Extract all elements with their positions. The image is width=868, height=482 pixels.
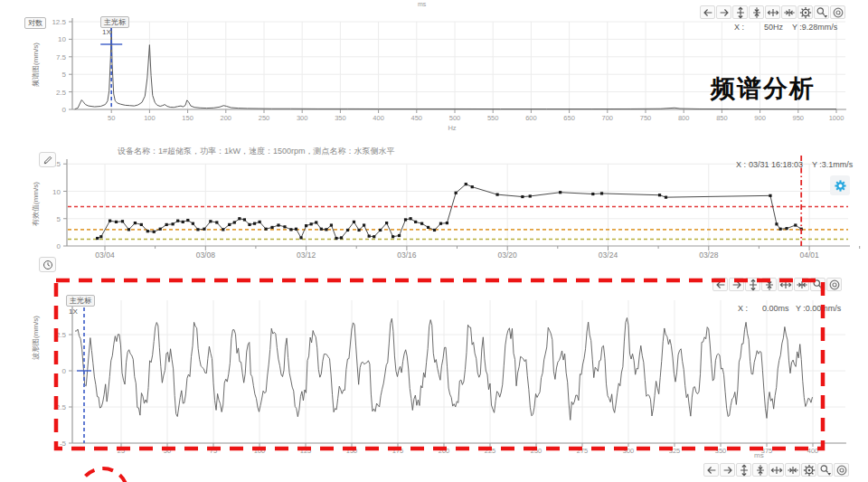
trend-point[interactable] <box>96 237 99 240</box>
trend-point[interactable] <box>315 221 317 223</box>
trend-point[interactable] <box>289 228 292 231</box>
waveform-main-cursor-handle[interactable]: 主光标 <box>66 295 95 307</box>
trend-point[interactable] <box>658 194 661 196</box>
trend-point[interactable] <box>521 195 524 198</box>
trend-point[interactable] <box>209 220 212 222</box>
trend-point[interactable] <box>363 223 365 226</box>
trend-point[interactable] <box>238 217 241 220</box>
arrow-left-button[interactable] <box>700 5 715 19</box>
zoom-y-out-button[interactable] <box>745 278 760 291</box>
trend-point[interactable] <box>320 228 323 231</box>
arrow-left-button[interactable] <box>703 463 719 477</box>
trend-point[interactable] <box>775 222 778 225</box>
spectrum-main-cursor-handle[interactable]: 主光标 <box>100 16 129 28</box>
zoom-y-in-button[interactable] <box>761 278 777 291</box>
trend-point[interactable] <box>409 217 411 220</box>
zoom-select-button[interactable] <box>817 463 833 477</box>
trend-point[interactable] <box>471 185 474 188</box>
trend-point[interactable] <box>165 223 168 226</box>
trend-point[interactable] <box>233 221 236 223</box>
trend-point[interactable] <box>203 228 205 231</box>
trend-point[interactable] <box>340 236 343 239</box>
trend-point[interactable] <box>330 223 333 226</box>
trend-point[interactable] <box>299 236 302 239</box>
trend-point[interactable] <box>368 235 371 238</box>
trend-point[interactable] <box>243 218 246 221</box>
trend-point[interactable] <box>228 223 231 226</box>
trend-point[interactable] <box>153 231 156 233</box>
zoom-x-out-button[interactable] <box>778 278 793 291</box>
trend-point[interactable] <box>253 222 256 225</box>
trend-point[interactable] <box>335 237 337 240</box>
zoom-y-in-button[interactable] <box>749 5 764 19</box>
gear-button[interactable] <box>801 463 816 477</box>
trend-point[interactable] <box>270 226 273 229</box>
trend-point[interactable] <box>325 228 327 231</box>
trend-point[interactable] <box>283 225 286 228</box>
trend-point[interactable] <box>295 228 297 231</box>
trend-point[interactable] <box>785 227 788 230</box>
trend-point[interactable] <box>182 221 184 223</box>
trend-point[interactable] <box>196 228 199 231</box>
zoom-y-out-button[interactable] <box>736 463 751 477</box>
trend-point[interactable] <box>420 222 423 225</box>
trend-point[interactable] <box>373 235 375 238</box>
time-range-button[interactable] <box>39 257 56 272</box>
zoom-x-in-button[interactable] <box>785 463 800 477</box>
trend-point[interactable] <box>264 228 267 231</box>
trend-point[interactable] <box>108 220 111 222</box>
trend-point[interactable] <box>222 228 224 231</box>
trend-point[interactable] <box>529 194 532 197</box>
trend-point[interactable] <box>146 230 149 232</box>
trend-point[interactable] <box>398 234 401 237</box>
reset-button[interactable] <box>834 463 849 477</box>
spectrum-chart[interactable]: 02.557.51012.550100150200250300350400450… <box>0 0 868 137</box>
zoom-select-button[interactable] <box>810 278 826 291</box>
trend-point[interactable] <box>99 235 102 238</box>
trend-point[interactable] <box>115 221 118 223</box>
zoom-x-out-button[interactable] <box>765 5 780 19</box>
trend-point[interactable] <box>159 228 162 231</box>
trend-point[interactable] <box>248 223 250 226</box>
arrow-right-button[interactable] <box>716 5 731 19</box>
trend-point[interactable] <box>379 229 382 232</box>
trend-point[interactable] <box>414 221 417 223</box>
trend-point[interactable] <box>433 229 436 232</box>
trend-point[interactable] <box>665 196 667 199</box>
trend-point[interactable] <box>357 229 360 232</box>
trend-point[interactable] <box>127 228 130 231</box>
arrow-right-button[interactable] <box>729 278 744 291</box>
trend-point[interactable] <box>385 222 388 224</box>
trend-point[interactable] <box>353 221 355 223</box>
zoom-y-in-button[interactable] <box>752 463 768 477</box>
trend-settings-button[interactable] <box>830 175 850 195</box>
trend-point[interactable] <box>404 218 407 221</box>
trend-point[interactable] <box>392 235 394 238</box>
trend-point[interactable] <box>186 219 189 222</box>
trend-point[interactable] <box>495 194 498 196</box>
trend-point[interactable] <box>439 222 442 225</box>
trend-point[interactable] <box>140 223 143 226</box>
trend-point[interactable] <box>121 220 124 222</box>
trend-point[interactable] <box>259 221 261 223</box>
trend-point[interactable] <box>176 220 179 222</box>
arrow-right-button[interactable] <box>720 463 735 477</box>
trend-point[interactable] <box>277 223 279 226</box>
trend-point[interactable] <box>446 222 448 224</box>
gear-button[interactable] <box>797 5 813 19</box>
trend-point[interactable] <box>215 221 218 223</box>
reset-button[interactable] <box>826 278 842 291</box>
reset-button[interactable] <box>830 5 845 19</box>
edit-pencil-button[interactable] <box>39 152 56 167</box>
zoom-x-in-button[interactable] <box>781 5 797 19</box>
arrow-left-button[interactable] <box>712 278 728 291</box>
zoom-y-out-button[interactable] <box>732 5 748 19</box>
waveform-chart[interactable]: 2.50-2.5-5255075100125150175200225250275… <box>0 271 868 463</box>
trend-point[interactable] <box>427 226 429 229</box>
trend-point[interactable] <box>779 228 782 231</box>
trend-point[interactable] <box>134 222 137 224</box>
trend-point[interactable] <box>455 192 458 194</box>
trend-point[interactable] <box>794 223 797 226</box>
zoom-select-button[interactable] <box>814 5 829 19</box>
trend-point[interactable] <box>310 222 313 225</box>
